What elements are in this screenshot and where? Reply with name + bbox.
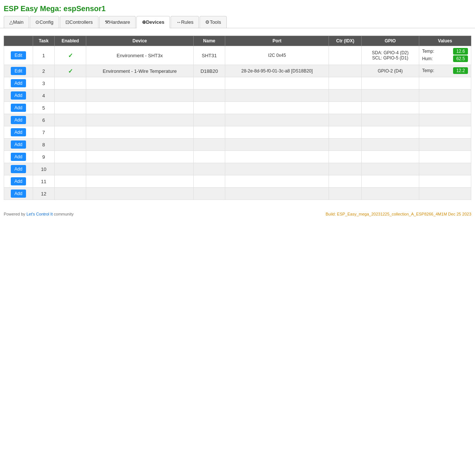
community-text: community — [53, 212, 74, 216]
nav-tab-controllers[interactable]: ⊡Controllers — [60, 16, 98, 28]
table-row: Edit2✓Environment - 1-Wire TemperatureD1… — [4, 65, 471, 77]
enabled-cell — [54, 114, 86, 126]
table-row: Edit1✓Environment - SHT3xSHT31I2C 0x45SD… — [4, 46, 471, 65]
add-button[interactable]: Add — [11, 104, 26, 112]
table-row: Add4 — [4, 90, 471, 102]
device-cell: Environment - SHT3x — [86, 46, 194, 65]
value-label: Temp: — [422, 49, 437, 54]
values-cell — [419, 151, 471, 163]
col-enabled: Enabled — [54, 36, 86, 46]
task-number: 12 — [33, 188, 54, 200]
gpio-cell — [362, 126, 419, 139]
nav-tab-tools[interactable]: ⚙Tools — [200, 16, 226, 28]
edit-button[interactable]: Edit — [11, 51, 26, 59]
add-button[interactable]: Add — [11, 79, 26, 87]
values-cell — [419, 90, 471, 102]
device-cell — [86, 126, 194, 139]
name-cell — [193, 102, 225, 114]
device-cell: Environment - 1-Wire Temperature — [86, 65, 194, 77]
name-cell — [193, 175, 225, 188]
table-header: Task Enabled Device Name Port Ctr (IDX) … — [4, 36, 471, 46]
footer-left: Powered by Let's Control It community — [4, 212, 74, 216]
action-cell: Add — [4, 114, 33, 126]
name-cell — [193, 188, 225, 200]
ctr-idx-cell — [329, 102, 362, 114]
name-cell — [193, 139, 225, 151]
table-body: Edit1✓Environment - SHT3xSHT31I2C 0x45SD… — [4, 46, 471, 200]
values-cell — [419, 139, 471, 151]
add-button[interactable]: Add — [11, 140, 26, 149]
value-badge: 62.5 — [453, 55, 468, 62]
device-cell — [86, 139, 194, 151]
navigation-tabs: △Main⊙Config⊡Controllers⚒Hardware⊕Device… — [0, 16, 475, 28]
devices-table: Task Enabled Device Name Port Ctr (IDX) … — [4, 36, 471, 200]
add-button[interactable]: Add — [11, 128, 26, 136]
add-button[interactable]: Add — [11, 116, 26, 124]
add-button[interactable]: Add — [11, 190, 26, 198]
table-row: Add11 — [4, 175, 471, 188]
table-row: Add7 — [4, 126, 471, 139]
task-number: 3 — [33, 77, 54, 90]
table-row: Add12 — [4, 188, 471, 200]
value-badge: 12.6 — [453, 48, 468, 55]
col-action — [4, 36, 33, 46]
enabled-cell — [54, 102, 86, 114]
value-badge: 12.2 — [453, 67, 468, 74]
task-number: 11 — [33, 175, 54, 188]
action-cell: Add — [4, 175, 33, 188]
table-row: Add6 — [4, 114, 471, 126]
edit-button[interactable]: Edit — [11, 67, 26, 75]
lets-control-it-link[interactable]: Let's Control It — [26, 212, 53, 216]
name-cell — [193, 90, 225, 102]
page-title: ESP Easy Mega: espSensor1 — [0, 0, 475, 16]
nav-tab-devices[interactable]: ⊕Devices — [136, 16, 170, 28]
ctr-idx-cell — [329, 90, 362, 102]
nav-tab-rules[interactable]: ↔Rules — [171, 16, 199, 28]
footer-right: Build: ESP_Easy_mega_20231225_collection… — [326, 212, 471, 216]
device-cell — [86, 151, 194, 163]
footer: Powered by Let's Control It community Bu… — [0, 207, 475, 221]
action-cell: Add — [4, 90, 33, 102]
device-cell — [86, 102, 194, 114]
gpio-cell — [362, 151, 419, 163]
add-button[interactable]: Add — [11, 177, 26, 185]
ctr-idx-cell — [329, 46, 362, 65]
device-cell — [86, 77, 194, 90]
table-row: Add8 — [4, 139, 471, 151]
gpio-cell — [362, 102, 419, 114]
task-number: 1 — [33, 46, 54, 65]
nav-tab-main[interactable]: △Main — [4, 16, 29, 28]
col-task: Task — [33, 36, 54, 46]
port-cell — [225, 114, 329, 126]
gpio-cell: GPIO-2 (D4) — [362, 65, 419, 77]
values-cell — [419, 114, 471, 126]
enabled-cell — [54, 188, 86, 200]
name-cell — [193, 163, 225, 175]
port-cell — [225, 77, 329, 90]
add-button[interactable]: Add — [11, 165, 26, 173]
values-cell — [419, 77, 471, 90]
enabled-cell — [54, 175, 86, 188]
nav-tab-config[interactable]: ⊙Config — [30, 16, 59, 28]
name-cell — [193, 114, 225, 126]
enabled-cell — [54, 151, 86, 163]
enabled-checkmark: ✓ — [68, 52, 73, 59]
values-cell: Temp:12.2 — [419, 65, 471, 77]
port-cell — [225, 126, 329, 139]
task-number: 9 — [33, 151, 54, 163]
action-cell: Add — [4, 126, 33, 139]
enabled-cell: ✓ — [54, 46, 86, 65]
value-label: Hum: — [422, 56, 437, 61]
nav-tab-hardware[interactable]: ⚒Hardware — [99, 16, 136, 28]
action-cell: Edit — [4, 65, 33, 77]
port-cell — [225, 188, 329, 200]
values-cell — [419, 188, 471, 200]
port-cell — [225, 175, 329, 188]
values-cell — [419, 126, 471, 139]
action-cell: Add — [4, 139, 33, 151]
gpio-cell — [362, 188, 419, 200]
value-label: Temp: — [422, 68, 437, 73]
add-button[interactable]: Add — [11, 91, 26, 100]
ctr-idx-cell — [329, 65, 362, 77]
add-button[interactable]: Add — [11, 153, 26, 161]
